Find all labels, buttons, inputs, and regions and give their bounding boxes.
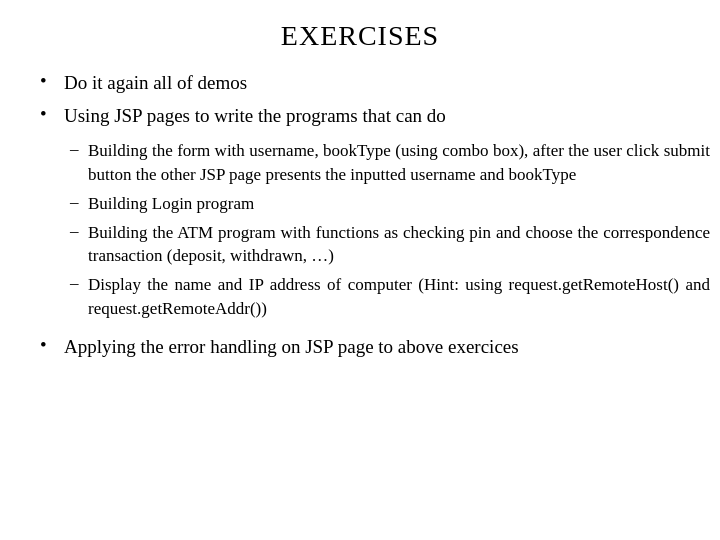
- sub3-text: Building the ATM program with functions …: [88, 221, 710, 269]
- list-item: • Using JSP pages to write the programs …: [40, 103, 680, 130]
- last-bullet-list: • Applying the error handling on JSP pag…: [40, 334, 680, 367]
- list-item: • Do it again all of demos: [40, 70, 680, 97]
- list-item: – Building the ATM program with function…: [70, 221, 710, 269]
- bullet-icon: •: [40, 70, 64, 92]
- list-item: • Applying the error handling on JSP pag…: [40, 334, 680, 361]
- sub1-text: Building the form with username, bookTyp…: [88, 139, 710, 187]
- bullet-icon: •: [40, 334, 64, 356]
- dash-icon: –: [70, 273, 88, 293]
- bullet-icon: •: [40, 103, 64, 125]
- main-bullet-list: • Do it again all of demos • Using JSP p…: [40, 70, 680, 135]
- bullet1-text: Do it again all of demos: [64, 70, 680, 97]
- list-item: – Display the name and IP address of com…: [70, 273, 710, 321]
- dash-icon: –: [70, 192, 88, 212]
- list-item: – Building Login program: [70, 192, 710, 216]
- slide-title: EXERCISES: [40, 20, 680, 52]
- dash-icon: –: [70, 139, 88, 159]
- sub-bullet-list: – Building the form with username, bookT…: [70, 139, 710, 326]
- dash-icon: –: [70, 221, 88, 241]
- bullet2-text: Using JSP pages to write the programs th…: [64, 103, 680, 130]
- list-item: – Building the form with username, bookT…: [70, 139, 710, 187]
- sub4-text: Display the name and IP address of compu…: [88, 273, 710, 321]
- slide: EXERCISES • Do it again all of demos • U…: [0, 0, 720, 540]
- last-bullet-text: Applying the error handling on JSP page …: [64, 334, 680, 361]
- sub2-text: Building Login program: [88, 192, 710, 216]
